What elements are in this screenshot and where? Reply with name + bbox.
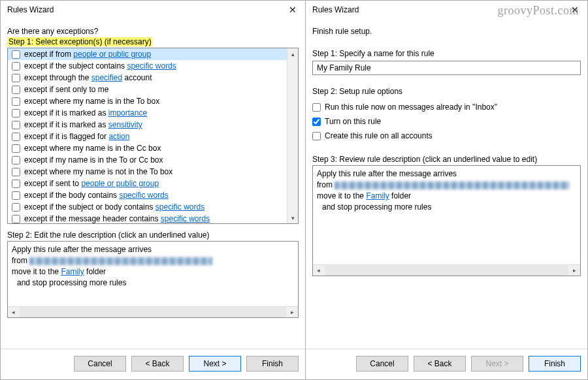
exception-link[interactable]: sensitivity [108, 120, 142, 129]
all-accounts-checkbox[interactable]: Create this rule on all accounts [312, 131, 581, 140]
exception-link[interactable]: specific words [119, 191, 168, 200]
exception-link[interactable]: people or public group [73, 50, 151, 59]
horizontal-scrollbar[interactable]: ◂ ▸ [8, 306, 298, 317]
close-icon[interactable]: ✕ [284, 3, 301, 16]
step2-label: Step 2: Setup rule options [312, 87, 581, 96]
exception-label: except if it is marked as importance [24, 108, 147, 118]
step3-label: Step 3: Review rule description (click a… [312, 155, 581, 164]
scroll-right-icon[interactable]: ▸ [287, 307, 298, 318]
dialog-title: Rules Wizard [312, 5, 359, 14]
run-now-checkbox[interactable]: Run this rule now on messages already in… [312, 103, 581, 112]
exception-checkbox[interactable] [12, 156, 20, 165]
next-button: Next > [471, 356, 523, 372]
exception-label: except if it is flagged for action [24, 131, 129, 142]
exception-row[interactable]: except if from people or public group [8, 48, 287, 60]
exception-row[interactable]: except through the specified account [8, 72, 287, 84]
exception-link[interactable]: specified [91, 73, 122, 82]
desc-line: Apply this rule after the message arrive… [12, 244, 294, 255]
redacted-sender [29, 257, 212, 265]
desc-line: move it to the Family folder [317, 191, 576, 202]
back-button[interactable]: < Back [414, 356, 466, 372]
exception-row[interactable]: except where my name is not in the To bo… [8, 166, 287, 178]
desc-line: from [12, 255, 294, 266]
exception-checkbox[interactable] [12, 203, 20, 212]
exception-checkbox[interactable] [12, 133, 20, 141]
next-button[interactable]: Next > [189, 356, 241, 372]
exception-checkbox[interactable] [12, 144, 20, 153]
exception-link[interactable]: specific words [127, 61, 176, 71]
exception-row[interactable]: except if sent only to me [8, 84, 287, 95]
scroll-right-icon[interactable]: ▸ [569, 265, 580, 276]
exception-checkbox[interactable] [12, 215, 20, 223]
desc-line: Apply this rule after the message arrive… [317, 168, 576, 180]
scroll-left-icon[interactable]: ◂ [8, 307, 19, 318]
folder-link[interactable]: Family [61, 267, 84, 276]
exception-checkbox[interactable] [12, 97, 20, 106]
exception-label: except if the body contains specific wor… [24, 190, 169, 200]
rules-wizard-exceptions-dialog: Rules Wizard ✕ Are there any exceptions?… [0, 0, 306, 380]
exception-row[interactable]: except if the subject contains specific … [8, 60, 287, 72]
cancel-button[interactable]: Cancel [74, 356, 126, 372]
step1-label: Step 1: Select exception(s) (if necessar… [7, 37, 299, 46]
exception-row[interactable]: except where my name is in the Cc box [8, 142, 287, 154]
exception-row[interactable]: except if the message header contains sp… [8, 213, 287, 223]
exception-checkbox[interactable] [12, 86, 20, 94]
scroll-left-icon[interactable]: ◂ [313, 265, 324, 276]
exception-label: except where my name is in the To box [24, 96, 159, 106]
exception-label: except if the message header contains sp… [24, 214, 210, 223]
titlebar: Rules Wizard ✕ [1, 1, 305, 19]
exception-checkbox[interactable] [12, 191, 20, 200]
exception-label: except if from people or public group [24, 49, 151, 59]
exception-checkbox[interactable] [12, 109, 20, 118]
scroll-up-icon[interactable]: ▴ [287, 48, 298, 59]
rules-wizard-finish-dialog: Rules Wizard ✕ Finish rule setup. Step 1… [306, 0, 588, 380]
vertical-scrollbar[interactable]: ▴ ▾ [287, 48, 298, 223]
rule-description-box[interactable]: Apply this rule after the message arrive… [7, 241, 299, 318]
exception-checkbox[interactable] [12, 50, 20, 59]
rule-name-input[interactable] [312, 61, 581, 75]
dialog-buttons: Cancel < Back Next > Finish [306, 349, 587, 379]
exception-checkbox[interactable] [12, 180, 20, 188]
dialog-title: Rules Wizard [7, 5, 54, 14]
desc-line: and stop processing more rules [317, 202, 576, 213]
step1-label: Step 1: Specify a name for this rule [312, 49, 581, 58]
exceptions-listbox[interactable]: except if from people or public groupexc… [7, 48, 299, 224]
exception-row[interactable]: except if the subject or body contains s… [8, 201, 287, 213]
exception-link[interactable]: people or public group [81, 179, 159, 188]
exception-row[interactable]: except if my name is in the To or Cc box [8, 154, 287, 166]
exception-checkbox[interactable] [12, 62, 20, 71]
exception-row[interactable]: except if it is marked as importance [8, 107, 287, 119]
exception-label: except if sent only to me [24, 84, 108, 95]
exception-link[interactable]: action [108, 132, 129, 141]
exception-row[interactable]: except if the body contains specific wor… [8, 189, 287, 201]
back-button[interactable]: < Back [131, 356, 184, 372]
exception-row[interactable]: except if it is flagged for action [8, 131, 287, 142]
finish-button[interactable]: Finish [529, 356, 581, 372]
exceptions-prompt: Are there any exceptions? [7, 27, 299, 36]
exception-link[interactable]: specific words [161, 214, 210, 223]
exception-checkbox[interactable] [12, 168, 20, 176]
exception-label: except where my name is in the Cc box [24, 143, 161, 153]
exception-row[interactable]: except if sent to people or public group [8, 178, 287, 189]
desc-line: and stop processing more rules [12, 277, 294, 289]
step2-label: Step 2: Edit the rule description (click… [7, 230, 299, 240]
turn-on-checkbox[interactable]: Turn on this rule [312, 117, 581, 126]
exception-row[interactable]: except where my name is in the To box [8, 95, 287, 107]
exception-label: except if my name is in the To or Cc box [24, 155, 163, 165]
desc-line: move it to the Family folder [12, 266, 294, 277]
cancel-button[interactable]: Cancel [356, 356, 408, 372]
close-icon[interactable]: ✕ [566, 3, 583, 16]
rule-description-box[interactable]: Apply this rule after the message arrive… [312, 165, 581, 276]
exception-link[interactable]: specific words [155, 202, 204, 212]
finish-button[interactable]: Finish [246, 356, 299, 372]
scroll-down-icon[interactable]: ▾ [287, 212, 298, 223]
folder-link[interactable]: Family [366, 191, 389, 200]
desc-line: from [317, 180, 576, 191]
exception-link[interactable]: importance [108, 108, 147, 118]
dialog-buttons: Cancel < Back Next > Finish [1, 349, 305, 379]
exception-label: except if the subject contains specific … [24, 61, 176, 71]
horizontal-scrollbar[interactable]: ◂ ▸ [313, 264, 580, 276]
exception-checkbox[interactable] [12, 121, 20, 129]
exception-row[interactable]: except if it is marked as sensitivity [8, 119, 287, 131]
exception-checkbox[interactable] [12, 74, 20, 82]
